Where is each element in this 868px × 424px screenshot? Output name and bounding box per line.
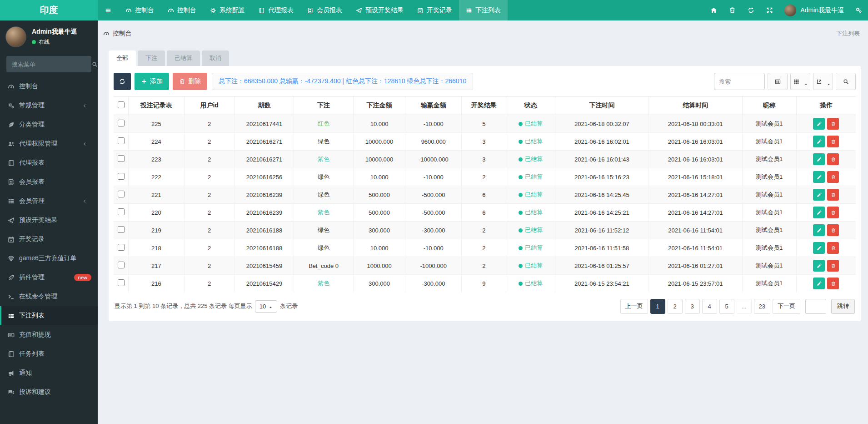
- sidebar-item-8[interactable]: 开奖记录: [0, 230, 98, 249]
- cell-settle-time: 2021-06-16 14:27:01: [649, 186, 742, 204]
- sidebar-item-11[interactable]: 在线命令管理: [0, 287, 98, 306]
- nav-item-3[interactable]: 代理报表: [252, 0, 300, 20]
- delete-row-button[interactable]: [827, 153, 839, 165]
- sidebar-item-16[interactable]: 投诉和建议: [0, 383, 98, 402]
- send-icon: [8, 217, 15, 224]
- tab-0[interactable]: 全部: [109, 50, 136, 66]
- nav-item-6[interactable]: 开奖记录: [410, 0, 459, 20]
- sidebar-item-0[interactable]: 控制台: [0, 77, 98, 96]
- expand-button[interactable]: [760, 0, 779, 20]
- edit-button[interactable]: [813, 242, 825, 254]
- cell-result: 2: [462, 168, 506, 186]
- refresh-button[interactable]: [742, 0, 760, 20]
- delete-row-button[interactable]: [827, 189, 839, 201]
- row-checkbox[interactable]: [118, 120, 125, 126]
- add-button[interactable]: 添加: [135, 73, 169, 90]
- edit-button[interactable]: [813, 260, 825, 272]
- row-checkbox[interactable]: [118, 173, 125, 180]
- sidebar-item-3[interactable]: 代理权限管理: [0, 134, 98, 153]
- export-button[interactable]: [813, 73, 833, 90]
- brand-logo[interactable]: 印度: [0, 0, 98, 20]
- cell-settle-time: 2021-06-16 11:54:01: [649, 239, 742, 257]
- delete-button[interactable]: 删除: [173, 73, 207, 90]
- delete-row-button[interactable]: [827, 136, 839, 147]
- refresh-button[interactable]: [114, 73, 131, 90]
- delete-row-button[interactable]: [827, 278, 839, 289]
- delete-row-button[interactable]: [827, 260, 839, 272]
- table-search-input[interactable]: [714, 73, 765, 90]
- sidebar-item-14[interactable]: 任务列表: [0, 344, 98, 363]
- settings-button[interactable]: [849, 0, 868, 20]
- search-icon[interactable]: [92, 61, 98, 68]
- delete-row-button[interactable]: [827, 118, 839, 130]
- sidebar-item-5[interactable]: 会员报表: [0, 172, 98, 192]
- page-button-2[interactable]: 2: [668, 299, 683, 314]
- edit-button[interactable]: [813, 136, 825, 147]
- page-button-5[interactable]: 5: [719, 299, 734, 314]
- page-button-3[interactable]: 3: [685, 299, 700, 314]
- row-checkbox[interactable]: [118, 279, 125, 286]
- jump-page-input[interactable]: [805, 299, 826, 314]
- delete-row-button[interactable]: [827, 224, 839, 236]
- home-button[interactable]: [704, 0, 723, 20]
- sidebar-item-4[interactable]: 代理报表: [0, 153, 98, 172]
- sidebar-item-2[interactable]: 分类管理: [0, 115, 98, 134]
- ellipsis-page-button[interactable]: ...: [737, 299, 752, 314]
- delete-row-button[interactable]: [827, 242, 839, 254]
- nav-item-2[interactable]: 系统配置: [203, 0, 252, 20]
- delete-row-button[interactable]: [827, 207, 839, 218]
- row-checkbox[interactable]: [118, 208, 125, 215]
- edit-button[interactable]: [813, 207, 825, 218]
- row-checkbox[interactable]: [118, 226, 125, 233]
- sidebar-search-input[interactable]: [12, 61, 92, 68]
- edit-button[interactable]: [813, 118, 825, 130]
- user-menu[interactable]: Admin我最牛逼: [779, 0, 849, 20]
- delete-row-button[interactable]: [827, 171, 839, 183]
- sidebar-item-12[interactable]: 下注列表: [0, 306, 98, 325]
- column-header: 期数: [234, 96, 294, 115]
- jump-button[interactable]: 跳转: [831, 299, 855, 314]
- edit-button[interactable]: [813, 189, 825, 201]
- row-checkbox[interactable]: [118, 155, 125, 162]
- page-button-4[interactable]: 4: [702, 299, 717, 314]
- table-row: 218 2 20210616188 绿色 10.000 -10.000 2 已结…: [114, 239, 856, 257]
- page-button-23[interactable]: 23: [754, 299, 770, 314]
- breadcrumb[interactable]: 控制台: [103, 30, 132, 38]
- edit-button[interactable]: [813, 171, 825, 183]
- sidebar-item-6[interactable]: 会员管理: [0, 192, 98, 211]
- nav-item-4[interactable]: 会员报表: [300, 0, 349, 20]
- nav-item-5[interactable]: 预设开奖结果: [349, 0, 410, 20]
- tab-2[interactable]: 已结算: [167, 50, 200, 66]
- nav-item-1[interactable]: 控制台: [161, 0, 203, 20]
- sidebar-item-7[interactable]: 预设开奖结果: [0, 211, 98, 230]
- edit-button[interactable]: [813, 153, 825, 165]
- edit-button[interactable]: [813, 224, 825, 236]
- sidebar-toggle-button[interactable]: [98, 0, 119, 20]
- row-checkbox[interactable]: [118, 191, 125, 197]
- sidebar-item-15[interactable]: 通知: [0, 363, 98, 383]
- select-all-checkbox[interactable]: [118, 101, 125, 108]
- nav-item-0[interactable]: 控制台: [119, 0, 161, 20]
- search-button[interactable]: [836, 73, 856, 90]
- edit-button[interactable]: [813, 278, 825, 289]
- page-button-1[interactable]: 1: [650, 299, 665, 314]
- trash-button[interactable]: [723, 0, 742, 20]
- nav-item-7[interactable]: 下注列表: [459, 0, 508, 20]
- sidebar-item-1[interactable]: 常规管理: [0, 96, 98, 115]
- prev-page-button[interactable]: 上一页: [620, 299, 648, 314]
- tab-3[interactable]: 取消: [202, 50, 229, 66]
- cell-result: 6: [462, 204, 506, 222]
- columns-button[interactable]: [790, 73, 810, 90]
- next-page-button[interactable]: 下一页: [773, 299, 800, 314]
- row-checkbox[interactable]: [118, 137, 125, 144]
- cell-amount: 10000.000: [353, 133, 405, 151]
- toggle-view-button[interactable]: [768, 73, 788, 90]
- page-size-select[interactable]: 10: [255, 300, 277, 313]
- sidebar-item-13[interactable]: 充值和提现: [0, 325, 98, 344]
- tab-1[interactable]: 下注: [138, 50, 165, 66]
- sidebar-item-9[interactable]: game6三方充值订单: [0, 249, 98, 268]
- sidebar-item-10[interactable]: 插件管理new: [0, 268, 98, 287]
- row-checkbox[interactable]: [118, 244, 125, 251]
- table-row: 222 2 20210616256 绿色 10.000 -10.000 2 已结…: [114, 168, 856, 186]
- row-checkbox[interactable]: [118, 262, 125, 268]
